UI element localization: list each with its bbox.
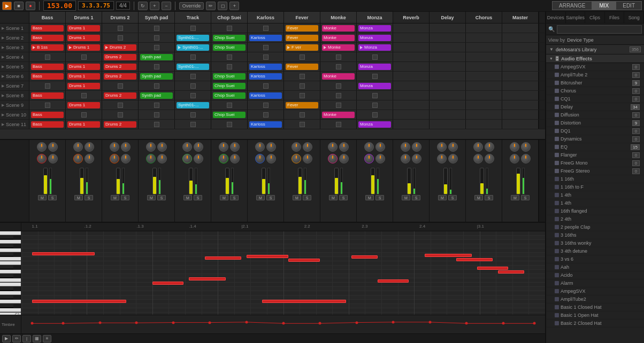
clip-cell-11-2[interactable]: Drums 2 bbox=[102, 120, 139, 129]
clip-cell-7-8[interactable] bbox=[320, 81, 357, 90]
s-btn-12[interactable]: S bbox=[485, 195, 493, 200]
knob-11-1[interactable] bbox=[448, 142, 458, 152]
knob-1-0[interactable] bbox=[73, 142, 83, 152]
note-1[interactable] bbox=[205, 256, 242, 260]
clip-cell-3-0[interactable]: B 1ss bbox=[29, 43, 66, 52]
clip-cell-1-12[interactable] bbox=[466, 24, 502, 33]
fader-9[interactable] bbox=[371, 168, 375, 194]
lib-item-bitcrusher[interactable]: Bitcrusher9 bbox=[546, 79, 644, 87]
knob-8-0[interactable] bbox=[328, 142, 338, 152]
clip-cell-10-9[interactable] bbox=[357, 110, 393, 119]
arrangement-scrollbar[interactable] bbox=[539, 140, 545, 222]
note-7[interactable] bbox=[425, 254, 472, 257]
piano-key-5[interactable] bbox=[0, 253, 13, 256]
clip-cell-6-2[interactable]: Drums 2 bbox=[102, 72, 139, 81]
knob2-4-1[interactable] bbox=[194, 154, 203, 163]
stop-cell-4-5[interactable] bbox=[227, 54, 232, 60]
clip-cell-9-0[interactable] bbox=[29, 100, 66, 110]
fader-12[interactable] bbox=[480, 168, 484, 194]
clip-cell-1-3[interactable] bbox=[139, 24, 175, 33]
clip-cell-4-2[interactable]: Drums 2 bbox=[102, 52, 139, 61]
m-btn-12[interactable]: M bbox=[474, 195, 483, 200]
lib-item-dq1[interactable]: DQ10 bbox=[546, 127, 644, 135]
knob2-8-1[interactable] bbox=[339, 154, 349, 163]
clip-cell-2-13[interactable] bbox=[502, 33, 539, 42]
stop-cell-11-4[interactable] bbox=[190, 122, 196, 127]
stop-cell-1-5[interactable] bbox=[227, 26, 232, 31]
clip-cell-4-8[interactable] bbox=[320, 52, 357, 61]
knob2-7-0[interactable] bbox=[292, 154, 301, 163]
m-btn-1[interactable]: M bbox=[74, 195, 83, 200]
clip-cell-10-11[interactable] bbox=[430, 110, 466, 119]
stop-cell-4-4[interactable] bbox=[190, 54, 196, 60]
m-btn-4[interactable]: M bbox=[183, 195, 192, 200]
knob-0-0[interactable] bbox=[37, 142, 47, 152]
clip-cell-3-6[interactable] bbox=[248, 43, 284, 52]
stop-cell-3-3[interactable] bbox=[154, 45, 159, 50]
automation-point[interactable] bbox=[172, 321, 174, 324]
automation-point[interactable] bbox=[319, 322, 321, 325]
fader-6[interactable] bbox=[262, 168, 266, 194]
piano-key-1[interactable] bbox=[0, 236, 13, 239]
stop-cell-8-7[interactable] bbox=[300, 93, 305, 98]
stop-cell-2-3[interactable] bbox=[154, 35, 159, 41]
knob-3-0[interactable] bbox=[146, 142, 156, 152]
fader-8[interactable] bbox=[334, 168, 339, 194]
knob2-13-0[interactable] bbox=[510, 154, 519, 163]
footer-btn-5[interactable]: ≡ bbox=[43, 335, 51, 342]
clip-cell-2-4[interactable]: Synth01-... bbox=[175, 33, 211, 42]
stop-cell-9-0[interactable] bbox=[45, 103, 50, 108]
clip-cell-4-4[interactable] bbox=[175, 52, 211, 61]
clip-cell-8-6[interactable]: Karloss bbox=[248, 91, 284, 100]
automation-point[interactable] bbox=[465, 322, 468, 325]
s-btn-9[interactable]: S bbox=[375, 195, 384, 200]
lib-item-eq[interactable]: EQ15 bbox=[546, 143, 644, 151]
clip-item-basic-1-open-hat[interactable]: Basic 1 Open Hat bbox=[546, 311, 644, 319]
knob2-2-1[interactable] bbox=[121, 154, 131, 163]
piano-key-8[interactable] bbox=[0, 266, 13, 269]
knob-0-1[interactable] bbox=[48, 142, 58, 152]
s-btn-5[interactable]: S bbox=[230, 195, 239, 200]
stop-cell-9-6[interactable] bbox=[263, 103, 269, 108]
clip-cell-10-10[interactable] bbox=[393, 110, 430, 119]
stop-cell-11-8[interactable] bbox=[336, 122, 341, 127]
stop-cell-10-4[interactable] bbox=[190, 112, 196, 118]
piano-key-16[interactable] bbox=[0, 300, 21, 303]
play-btn[interactable]: ▶ bbox=[2, 2, 12, 10]
piano-key-0[interactable] bbox=[0, 231, 21, 235]
clip-cell-7-0[interactable] bbox=[29, 81, 66, 90]
clip-cell-7-13[interactable] bbox=[502, 81, 539, 90]
clip-cell-11-10[interactable] bbox=[393, 120, 430, 129]
stop-cell-1-3[interactable] bbox=[154, 26, 159, 31]
clip-cell-8-3[interactable]: Synth pad bbox=[139, 91, 175, 100]
knob-2-0[interactable] bbox=[110, 142, 119, 152]
clip-cell-4-1[interactable] bbox=[66, 52, 102, 61]
clip-cell-5-6[interactable]: Karloss bbox=[248, 62, 284, 71]
clip-item-2-people-clap[interactable]: 2 people Clap bbox=[546, 223, 644, 231]
clip-cell-10-6[interactable] bbox=[248, 110, 284, 119]
clip-cell-9-11[interactable] bbox=[430, 100, 466, 110]
scene-play-5[interactable]: ▶ bbox=[2, 65, 4, 69]
knob2-6-1[interactable] bbox=[266, 154, 276, 163]
stop-cell-5-8[interactable] bbox=[336, 64, 341, 69]
loop-btn[interactable]: ↻ bbox=[138, 2, 148, 10]
clip-item-amplitube2[interactable]: AmpliTube2 bbox=[546, 295, 644, 303]
add-btn[interactable]: + bbox=[150, 2, 159, 10]
automation-point[interactable] bbox=[282, 322, 285, 325]
automation-point[interactable] bbox=[98, 322, 101, 324]
knob2-12-1[interactable] bbox=[485, 154, 494, 163]
pencil-btn[interactable]: ✏ bbox=[206, 2, 216, 10]
clip-cell-7-3[interactable] bbox=[139, 81, 175, 90]
note-8[interactable] bbox=[456, 258, 493, 261]
s-btn-4[interactable]: S bbox=[194, 195, 202, 200]
clip-cell-6-6[interactable]: Karloss bbox=[248, 72, 284, 81]
fader-10[interactable] bbox=[407, 168, 411, 194]
knob2-7-1[interactable] bbox=[303, 154, 312, 163]
m-btn-13[interactable]: M bbox=[511, 195, 519, 200]
stop-btn[interactable]: ■ bbox=[14, 2, 24, 10]
clip-cell-5-13[interactable] bbox=[502, 62, 539, 71]
knob-12-1[interactable] bbox=[485, 142, 494, 152]
stop-cell-5-5[interactable] bbox=[227, 64, 232, 69]
clip-cell-11-12[interactable] bbox=[466, 120, 502, 129]
stop-cell-8-9[interactable] bbox=[372, 93, 378, 98]
